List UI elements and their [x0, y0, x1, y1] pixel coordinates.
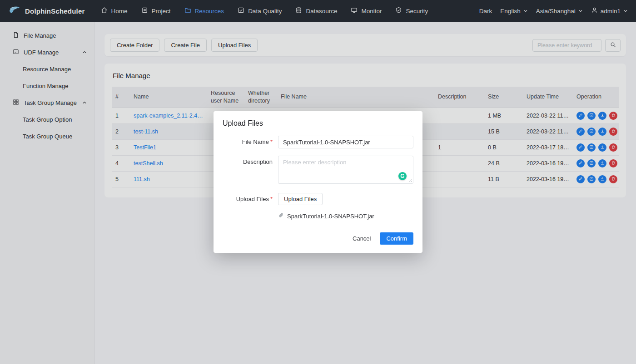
description-textarea[interactable] [278, 156, 413, 184]
upload-files-label: Upload Files* [223, 193, 273, 202]
attached-file-name: SparkTutorial-1.0-SNAPSHOT.jar [287, 213, 374, 220]
paperclip-icon [278, 212, 284, 220]
confirm-button[interactable]: Confirm [380, 232, 413, 245]
cancel-button[interactable]: Cancel [349, 232, 374, 245]
file-name-input[interactable] [278, 136, 413, 148]
required-asterisk: * [270, 138, 273, 145]
resize-handle-icon[interactable] [409, 176, 412, 184]
file-name-label: File Name* [223, 136, 273, 145]
dialog-title: Upload Files [223, 119, 413, 128]
description-field-row: Description G [223, 156, 413, 186]
upload-field-row: Upload Files* Upload Files [223, 193, 413, 205]
file-name-field-row: File Name* [223, 136, 413, 148]
grammarly-icon[interactable]: G [398, 172, 407, 180]
attached-file-item[interactable]: SparkTutorial-1.0-SNAPSHOT.jar [278, 212, 413, 220]
dialog-footer: Cancel Confirm [223, 232, 413, 245]
choose-files-button[interactable]: Upload Files [278, 193, 323, 205]
upload-files-dialog: Upload Files File Name* Description G Up… [214, 111, 422, 253]
description-label: Description [223, 156, 273, 165]
required-asterisk: * [270, 196, 273, 202]
